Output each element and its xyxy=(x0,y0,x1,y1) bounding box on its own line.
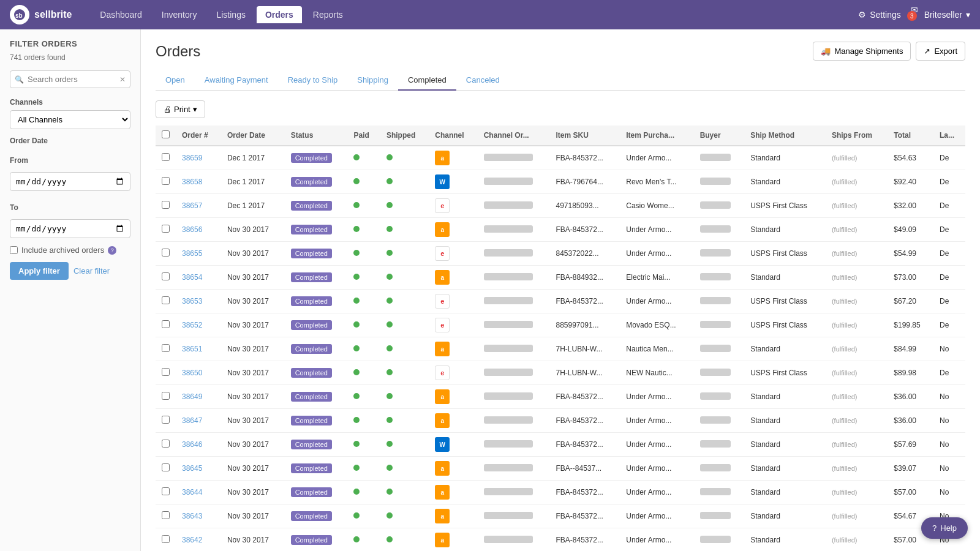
row-checkbox-cell[interactable] xyxy=(156,481,176,504)
order-link[interactable]: 38657 xyxy=(182,201,202,210)
row-checkbox[interactable] xyxy=(162,249,170,257)
nav-reports[interactable]: Reports xyxy=(304,6,352,23)
tab-canceled[interactable]: Canceled xyxy=(456,70,510,91)
order-link[interactable]: 38645 xyxy=(182,464,202,473)
row-checkbox[interactable] xyxy=(162,487,170,495)
paid-dot xyxy=(353,369,360,375)
row-checkbox-cell[interactable] xyxy=(156,337,176,361)
row-checkbox[interactable] xyxy=(162,368,170,376)
row-checkbox[interactable] xyxy=(162,177,170,185)
row-item: Electric Mai... xyxy=(620,266,693,290)
order-link[interactable]: 38658 xyxy=(182,178,202,186)
row-checkbox[interactable] xyxy=(162,153,170,161)
order-link[interactable]: 38646 xyxy=(182,440,202,449)
order-link[interactable]: 38652 xyxy=(182,321,202,329)
amazon-channel-icon: a xyxy=(435,270,450,285)
channels-select[interactable]: All Channels xyxy=(10,110,130,129)
order-link[interactable]: 38656 xyxy=(182,225,202,234)
row-checkbox-cell[interactable] xyxy=(156,170,176,194)
date-from-input[interactable] xyxy=(10,172,130,191)
row-checkbox-cell[interactable] xyxy=(156,313,176,337)
row-channel-order xyxy=(478,170,550,194)
order-link[interactable]: 38650 xyxy=(182,369,202,377)
export-button[interactable]: ↗ Export xyxy=(916,42,965,61)
row-checkbox[interactable] xyxy=(162,392,170,400)
tab-completed[interactable]: Completed xyxy=(398,70,456,91)
logo[interactable]: sb sellbrite xyxy=(10,5,72,24)
row-ship-method: Standard xyxy=(744,481,826,504)
buyer-blurred xyxy=(700,225,731,233)
row-ships-from: (fulfilled) xyxy=(826,170,888,194)
row-checkbox-cell[interactable] xyxy=(156,457,176,481)
row-sku: 845372022... xyxy=(550,242,620,266)
row-checkbox-cell[interactable] xyxy=(156,528,176,552)
include-archived-checkbox[interactable] xyxy=(10,246,18,254)
ebay-channel-icon: e xyxy=(435,365,450,380)
row-checkbox[interactable] xyxy=(162,416,170,424)
row-checkbox-cell[interactable] xyxy=(156,290,176,313)
select-all-checkbox[interactable] xyxy=(162,130,170,138)
row-shipped xyxy=(380,433,429,457)
tab-awaiting-payment[interactable]: Awaiting Payment xyxy=(195,70,278,91)
row-checkbox-cell[interactable] xyxy=(156,385,176,409)
user-menu[interactable]: ✉3 Briteseller ▾ xyxy=(911,5,970,24)
clear-filter-button[interactable]: Clear filter xyxy=(74,266,110,276)
ships-from-fulfilled: (fulfilled) xyxy=(832,250,858,257)
row-checkbox[interactable] xyxy=(162,535,170,543)
date-to-input[interactable] xyxy=(10,219,130,238)
ebay-channel-icon: e xyxy=(435,198,450,213)
info-icon[interactable]: ? xyxy=(108,246,116,255)
manage-shipments-button[interactable]: 🚚 Manage Shipments xyxy=(813,42,911,61)
row-channel: a xyxy=(429,528,477,552)
nav-orders[interactable]: Orders xyxy=(257,6,302,23)
nav-dashboard[interactable]: Dashboard xyxy=(91,6,151,23)
tab-open[interactable]: Open xyxy=(156,70,195,91)
row-checkbox[interactable] xyxy=(162,320,170,328)
row-checkbox[interactable] xyxy=(162,463,170,471)
order-link[interactable]: 38642 xyxy=(182,536,202,544)
order-link[interactable]: 38644 xyxy=(182,488,202,497)
row-shipped xyxy=(380,528,429,552)
row-checkbox[interactable] xyxy=(162,511,170,519)
row-checkbox[interactable] xyxy=(162,296,170,304)
nav-inventory[interactable]: Inventory xyxy=(153,6,206,23)
row-checkbox-cell[interactable] xyxy=(156,146,176,170)
order-link[interactable]: 38643 xyxy=(182,512,202,520)
row-checkbox[interactable] xyxy=(162,225,170,233)
row-checkbox-cell[interactable] xyxy=(156,218,176,242)
row-checkbox-cell[interactable] xyxy=(156,266,176,290)
row-checkbox[interactable] xyxy=(162,201,170,209)
row-checkbox-cell[interactable] xyxy=(156,409,176,433)
print-button[interactable]: 🖨 Print ▾ xyxy=(156,100,205,118)
order-link[interactable]: 38655 xyxy=(182,249,202,258)
order-link[interactable]: 38659 xyxy=(182,154,202,162)
row-order-date: Nov 30 2017 xyxy=(221,433,285,457)
truck-icon: 🚚 xyxy=(821,47,831,56)
row-checkbox[interactable] xyxy=(162,344,170,352)
shipped-dot xyxy=(386,369,393,375)
row-checkbox-cell[interactable] xyxy=(156,242,176,266)
clear-search-icon[interactable]: ✕ xyxy=(119,75,126,84)
row-checkbox-cell[interactable] xyxy=(156,194,176,218)
tab-ready-to-ship[interactable]: Ready to Ship xyxy=(278,70,348,91)
apply-filter-button[interactable]: Apply filter xyxy=(10,262,69,280)
row-checkbox[interactable] xyxy=(162,440,170,448)
tab-shipping[interactable]: Shipping xyxy=(347,70,398,91)
help-button[interactable]: ? Help xyxy=(921,517,968,539)
row-order-date: Nov 30 2017 xyxy=(221,290,285,313)
order-link[interactable]: 38647 xyxy=(182,416,202,425)
row-checkbox[interactable] xyxy=(162,272,170,280)
row-last: No xyxy=(933,481,965,504)
row-checkbox-cell[interactable] xyxy=(156,361,176,385)
search-input[interactable] xyxy=(10,70,130,88)
row-ships-from: (fulfilled) xyxy=(826,457,888,481)
order-link[interactable]: 38649 xyxy=(182,392,202,401)
row-checkbox-cell[interactable] xyxy=(156,433,176,457)
order-link[interactable]: 38651 xyxy=(182,345,202,353)
order-link[interactable]: 38654 xyxy=(182,273,202,282)
row-checkbox-cell[interactable] xyxy=(156,504,176,528)
settings-button[interactable]: ⚙ Settings xyxy=(858,10,901,20)
nav-listings[interactable]: Listings xyxy=(208,6,254,23)
shipped-dot xyxy=(386,298,393,304)
order-link[interactable]: 38653 xyxy=(182,297,202,305)
